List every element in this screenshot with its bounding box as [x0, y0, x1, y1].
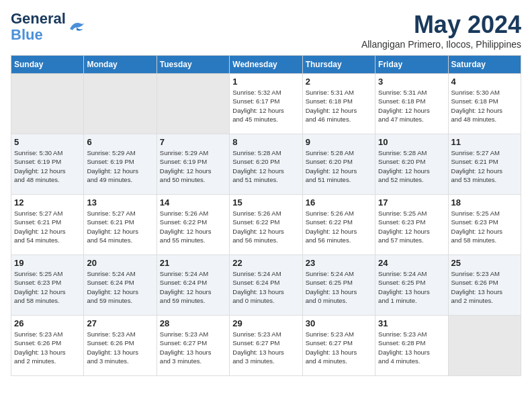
calendar-cell: 23Sunrise: 5:24 AM Sunset: 6:25 PM Dayli… — [302, 255, 375, 316]
week-row-1: 1Sunrise: 5:32 AM Sunset: 6:17 PM Daylig… — [11, 74, 521, 134]
day-number: 20 — [87, 258, 153, 268]
day-info: Sunrise: 5:28 AM Sunset: 6:20 PM Dayligh… — [378, 148, 445, 184]
day-number: 23 — [306, 258, 372, 268]
day-number: 11 — [451, 137, 518, 147]
day-info: Sunrise: 5:23 AM Sunset: 6:26 PM Dayligh… — [14, 330, 81, 365]
day-info: Sunrise: 5:23 AM Sunset: 6:26 PM Dayligh… — [451, 269, 518, 305]
week-row-4: 19Sunrise: 5:25 AM Sunset: 6:23 PM Dayli… — [11, 255, 521, 316]
month-year-title: May 2024 — [361, 11, 521, 39]
day-info: Sunrise: 5:25 AM Sunset: 6:23 PM Dayligh… — [378, 209, 445, 244]
calendar-cell: 6Sunrise: 5:29 AM Sunset: 6:19 PM Daylig… — [84, 134, 157, 195]
calendar-cell: 12Sunrise: 5:27 AM Sunset: 6:21 PM Dayli… — [11, 195, 84, 255]
calendar-cell: 4Sunrise: 5:30 AM Sunset: 6:18 PM Daylig… — [448, 74, 521, 134]
header-day-monday: Monday — [84, 56, 157, 74]
day-info: Sunrise: 5:30 AM Sunset: 6:19 PM Dayligh… — [14, 148, 81, 184]
day-number: 19 — [14, 258, 81, 268]
day-info: Sunrise: 5:31 AM Sunset: 6:18 PM Dayligh… — [306, 88, 372, 124]
day-info: Sunrise: 5:28 AM Sunset: 6:20 PM Dayligh… — [232, 148, 299, 184]
day-number: 5 — [14, 137, 81, 147]
header: General Blue May 2024 Allangigan Primero… — [11, 11, 521, 50]
day-number: 22 — [232, 258, 299, 268]
day-info: Sunrise: 5:29 AM Sunset: 6:19 PM Dayligh… — [160, 148, 226, 184]
day-info: Sunrise: 5:24 AM Sunset: 6:24 PM Dayligh… — [160, 269, 226, 305]
day-info: Sunrise: 5:23 AM Sunset: 6:26 PM Dayligh… — [87, 330, 153, 365]
calendar-cell: 3Sunrise: 5:31 AM Sunset: 6:18 PM Daylig… — [375, 74, 448, 134]
calendar-header-row: SundayMondayTuesdayWednesdayThursdayFrid… — [11, 56, 521, 74]
calendar-cell: 7Sunrise: 5:29 AM Sunset: 6:19 PM Daylig… — [157, 134, 229, 195]
calendar-cell — [157, 74, 229, 134]
calendar-cell: 26Sunrise: 5:23 AM Sunset: 6:26 PM Dayli… — [11, 316, 84, 376]
week-row-3: 12Sunrise: 5:27 AM Sunset: 6:21 PM Dayli… — [11, 195, 521, 255]
day-info: Sunrise: 5:26 AM Sunset: 6:22 PM Dayligh… — [306, 209, 372, 244]
header-day-friday: Friday — [375, 56, 448, 74]
calendar-cell: 18Sunrise: 5:25 AM Sunset: 6:23 PM Dayli… — [448, 195, 521, 255]
calendar-cell: 30Sunrise: 5:23 AM Sunset: 6:27 PM Dayli… — [302, 316, 375, 376]
header-day-tuesday: Tuesday — [157, 56, 229, 74]
day-info: Sunrise: 5:26 AM Sunset: 6:22 PM Dayligh… — [160, 209, 226, 244]
calendar-cell: 9Sunrise: 5:28 AM Sunset: 6:20 PM Daylig… — [302, 134, 375, 195]
header-day-sunday: Sunday — [11, 56, 84, 74]
calendar-cell: 1Sunrise: 5:32 AM Sunset: 6:17 PM Daylig… — [230, 74, 302, 134]
day-info: Sunrise: 5:23 AM Sunset: 6:27 PM Dayligh… — [160, 330, 226, 365]
day-info: Sunrise: 5:24 AM Sunset: 6:24 PM Dayligh… — [232, 269, 299, 305]
calendar-cell: 25Sunrise: 5:23 AM Sunset: 6:26 PM Dayli… — [448, 255, 521, 316]
day-number: 30 — [306, 318, 372, 328]
calendar-cell: 19Sunrise: 5:25 AM Sunset: 6:23 PM Dayli… — [11, 255, 84, 316]
day-number: 18 — [451, 197, 518, 208]
day-number: 12 — [14, 197, 81, 208]
calendar-cell: 21Sunrise: 5:24 AM Sunset: 6:24 PM Dayli… — [157, 255, 229, 316]
day-info: Sunrise: 5:28 AM Sunset: 6:20 PM Dayligh… — [306, 148, 372, 184]
day-info: Sunrise: 5:23 AM Sunset: 6:28 PM Dayligh… — [378, 330, 445, 365]
day-info: Sunrise: 5:25 AM Sunset: 6:23 PM Dayligh… — [14, 269, 81, 305]
calendar-cell: 5Sunrise: 5:30 AM Sunset: 6:19 PM Daylig… — [11, 134, 84, 195]
calendar-cell: 22Sunrise: 5:24 AM Sunset: 6:24 PM Dayli… — [230, 255, 302, 316]
calendar-table: SundayMondayTuesdayWednesdayThursdayFrid… — [11, 55, 521, 376]
day-info: Sunrise: 5:29 AM Sunset: 6:19 PM Dayligh… — [87, 148, 153, 184]
day-info: Sunrise: 5:24 AM Sunset: 6:24 PM Dayligh… — [87, 269, 153, 305]
day-number: 13 — [87, 197, 153, 208]
week-row-2: 5Sunrise: 5:30 AM Sunset: 6:19 PM Daylig… — [11, 134, 521, 195]
title-area: May 2024 Allangigan Primero, Ilocos, Phi… — [361, 11, 521, 50]
day-info: Sunrise: 5:24 AM Sunset: 6:25 PM Dayligh… — [378, 269, 445, 305]
day-number: 29 — [232, 318, 299, 328]
calendar-cell: 11Sunrise: 5:27 AM Sunset: 6:21 PM Dayli… — [448, 134, 521, 195]
calendar-cell: 27Sunrise: 5:23 AM Sunset: 6:26 PM Dayli… — [84, 316, 157, 376]
day-number: 28 — [160, 318, 226, 328]
calendar-cell: 13Sunrise: 5:27 AM Sunset: 6:21 PM Dayli… — [84, 195, 157, 255]
day-number: 27 — [87, 318, 153, 328]
day-info: Sunrise: 5:27 AM Sunset: 6:21 PM Dayligh… — [14, 209, 81, 244]
day-number: 4 — [451, 77, 518, 87]
calendar-cell: 10Sunrise: 5:28 AM Sunset: 6:20 PM Dayli… — [375, 134, 448, 195]
day-number: 1 — [232, 77, 299, 87]
day-number: 24 — [378, 258, 445, 268]
calendar-cell: 15Sunrise: 5:26 AM Sunset: 6:22 PM Dayli… — [230, 195, 302, 255]
day-info: Sunrise: 5:27 AM Sunset: 6:21 PM Dayligh… — [451, 148, 518, 184]
week-row-5: 26Sunrise: 5:23 AM Sunset: 6:26 PM Dayli… — [11, 316, 521, 376]
day-number: 7 — [160, 137, 226, 147]
day-info: Sunrise: 5:23 AM Sunset: 6:27 PM Dayligh… — [306, 330, 372, 365]
header-day-wednesday: Wednesday — [230, 56, 302, 74]
day-info: Sunrise: 5:25 AM Sunset: 6:23 PM Dayligh… — [451, 209, 518, 244]
header-day-thursday: Thursday — [302, 56, 375, 74]
day-number: 9 — [306, 137, 372, 147]
day-number: 21 — [160, 258, 226, 268]
day-number: 6 — [87, 137, 153, 147]
day-number: 15 — [232, 197, 299, 208]
calendar-cell: 14Sunrise: 5:26 AM Sunset: 6:22 PM Dayli… — [157, 195, 229, 255]
logo-text: General Blue — [11, 11, 66, 43]
day-number: 26 — [14, 318, 81, 328]
calendar-cell — [11, 74, 84, 134]
day-info: Sunrise: 5:26 AM Sunset: 6:22 PM Dayligh… — [232, 209, 299, 244]
day-info: Sunrise: 5:32 AM Sunset: 6:17 PM Dayligh… — [232, 88, 299, 124]
day-info: Sunrise: 5:24 AM Sunset: 6:25 PM Dayligh… — [306, 269, 372, 305]
day-number: 14 — [160, 197, 226, 208]
day-number: 25 — [451, 258, 518, 268]
day-number: 3 — [378, 77, 445, 87]
calendar-cell: 28Sunrise: 5:23 AM Sunset: 6:27 PM Dayli… — [157, 316, 229, 376]
calendar-cell: 29Sunrise: 5:23 AM Sunset: 6:27 PM Dayli… — [230, 316, 302, 376]
day-number: 10 — [378, 137, 445, 147]
calendar-cell: 16Sunrise: 5:26 AM Sunset: 6:22 PM Dayli… — [302, 195, 375, 255]
calendar-cell — [448, 316, 521, 376]
calendar-cell: 20Sunrise: 5:24 AM Sunset: 6:24 PM Dayli… — [84, 255, 157, 316]
header-day-saturday: Saturday — [448, 56, 521, 74]
